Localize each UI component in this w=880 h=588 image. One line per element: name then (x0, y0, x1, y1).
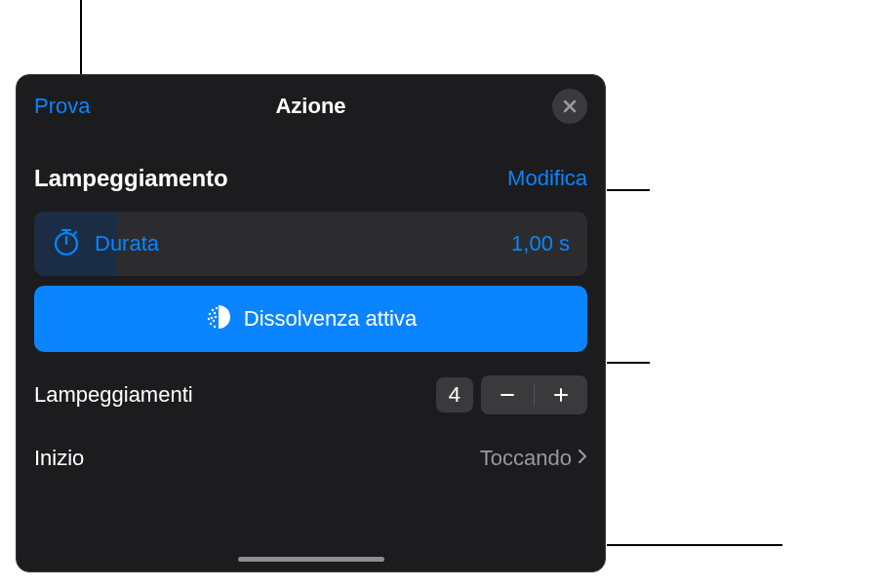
increment-button[interactable] (535, 375, 587, 414)
start-label: Inizio (34, 446, 84, 471)
count-row: Lampeggiamenti 4 (17, 362, 605, 428)
svg-point-9 (214, 326, 216, 328)
svg-point-13 (216, 307, 218, 309)
callout-line (607, 544, 782, 546)
panel-title: Azione (275, 94, 345, 119)
callout-line (607, 362, 650, 364)
start-value: Toccando (480, 446, 572, 471)
count-controls: 4 (436, 375, 587, 414)
svg-point-12 (214, 312, 216, 314)
start-row[interactable]: Inizio Toccando (17, 428, 605, 471)
decrement-button[interactable] (481, 375, 534, 414)
dissolve-label: Dissolvenza attiva (244, 306, 417, 332)
dissolve-icon (205, 303, 232, 334)
minus-icon (499, 386, 516, 404)
home-indicator (238, 557, 384, 562)
stopwatch-icon (52, 227, 81, 260)
close-button[interactable] (552, 89, 587, 124)
edit-button[interactable]: Modifica (507, 166, 587, 191)
callout-line (607, 189, 650, 191)
effect-name: Lampeggiamento (34, 165, 228, 192)
duration-value: 1,00 s (511, 231, 570, 256)
start-value-wrap: Toccando (480, 446, 587, 471)
svg-point-10 (215, 316, 217, 318)
svg-point-14 (211, 317, 213, 319)
svg-point-5 (212, 309, 214, 311)
svg-point-6 (209, 313, 211, 315)
preview-button[interactable]: Prova (34, 94, 90, 119)
chevron-right-icon (578, 449, 587, 468)
duration-slider[interactable]: Durata 1,00 s (34, 212, 587, 276)
panel-header: Prova Azione (17, 75, 605, 137)
action-panel: Prova Azione Lampeggiamento Modifica Dur… (16, 74, 606, 572)
count-stepper (481, 375, 587, 414)
plus-icon (552, 386, 570, 404)
duration-label: Durata (95, 231, 511, 256)
svg-point-7 (208, 318, 210, 320)
svg-line-4 (74, 232, 76, 234)
effect-section-header: Lampeggiamento Modifica (17, 137, 605, 204)
callout-line (80, 0, 82, 74)
count-label: Lampeggiamenti (34, 382, 193, 408)
svg-point-8 (210, 323, 212, 325)
dissolve-button[interactable]: Dissolvenza attiva (34, 286, 587, 352)
close-icon (562, 98, 578, 114)
svg-point-11 (213, 320, 215, 322)
count-value: 4 (436, 377, 473, 412)
